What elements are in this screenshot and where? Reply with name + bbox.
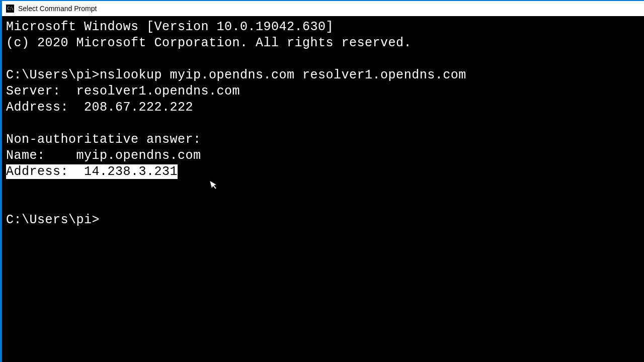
blank-line bbox=[6, 180, 644, 196]
blank-line bbox=[6, 51, 644, 67]
address-line-2: Address: 14.238.3.231 bbox=[6, 164, 644, 180]
address-label: Address: bbox=[6, 100, 84, 115]
name-line: Name: myip.opendns.com bbox=[6, 148, 644, 164]
prompt-line-1: C:\Users\pi>nslookup myip.opendns.com re… bbox=[6, 67, 644, 83]
banner-version: Microsoft Windows [Version 10.0.19042.63… bbox=[6, 19, 644, 35]
prompt-line-2: C:\Users\pi> bbox=[6, 212, 644, 228]
prompt-path: C:\Users\pi> bbox=[6, 68, 100, 82]
command-text: nslookup myip.opendns.com resolver1.open… bbox=[100, 68, 466, 82]
server-label: Server: bbox=[6, 84, 76, 99]
blank-line bbox=[6, 116, 644, 132]
banner-copyright: (c) 2020 Microsoft Corporation. All righ… bbox=[6, 35, 644, 51]
server-value: resolver1.opendns.com bbox=[76, 84, 240, 99]
selected-text: Address: 14.238.3.231 bbox=[6, 164, 178, 179]
name-value: myip.opendns.com bbox=[76, 148, 201, 163]
nonauth-line: Non-authoritative answer: bbox=[6, 132, 644, 148]
address-value: 208.67.222.222 bbox=[84, 100, 193, 115]
titlebar[interactable]: C:\ Select Command Prompt bbox=[2, 1, 644, 16]
command-prompt-window: C:\ Select Command Prompt Microsoft Wind… bbox=[2, 1, 644, 362]
server-line: Server: resolver1.opendns.com bbox=[6, 83, 644, 100]
name-label: Name: bbox=[6, 148, 76, 163]
address-line-1: Address: 208.67.222.222 bbox=[6, 100, 644, 116]
cmd-icon: C:\ bbox=[6, 5, 14, 13]
terminal-output[interactable]: Microsoft Windows [Version 10.0.19042.63… bbox=[2, 16, 644, 362]
window-title: Select Command Prompt bbox=[18, 5, 97, 13]
blank-line bbox=[6, 196, 644, 212]
